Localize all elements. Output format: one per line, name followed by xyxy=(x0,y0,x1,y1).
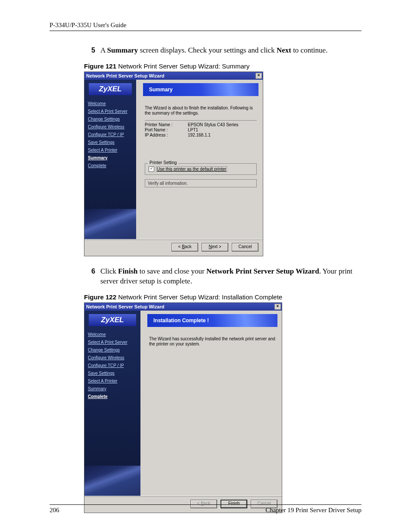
default-printer-label: Use this printer as the default printer xyxy=(156,166,227,172)
brand-logo: ZyXEL xyxy=(89,314,136,326)
sidebar-step[interactable]: Configure TCP / IP xyxy=(88,132,133,137)
brand-logo: ZyXEL xyxy=(89,83,132,95)
wizard-title: Network Print Server Setup Wizard xyxy=(86,73,164,78)
wizard-side: ZyXEL Welcome Select A Print Server Chan… xyxy=(84,80,136,239)
sidebar-step[interactable]: Change Settings xyxy=(88,117,133,121)
default-printer-checkbox[interactable]: ✓ xyxy=(149,166,154,172)
sidebar-step[interactable]: Configure Wireless xyxy=(88,124,133,129)
chapter-title: Chapter 19 Print Server Driver Setup xyxy=(265,507,361,514)
wizard-main: Installation Complete ! The Wizard has s… xyxy=(140,311,282,496)
figure-122-caption: Figure 122 Network Print Server Setup Wi… xyxy=(84,293,361,301)
wizard-main: Summary The Wizard is about to finish th… xyxy=(136,80,263,239)
sidebar-step[interactable]: Select A Printer xyxy=(88,148,133,152)
side-art xyxy=(84,209,136,239)
fieldset-legend: Printer Setting xyxy=(148,160,178,165)
wizard-titlebar: Network Print Server Setup Wizard × xyxy=(84,72,263,80)
info-label: IP Address : xyxy=(145,133,188,137)
wizard-steps-list: Welcome Select A Print Server Change Set… xyxy=(84,101,136,168)
settings-summary: Printer Name :EPSON Stylus C43 Series Po… xyxy=(145,120,257,137)
sidebar-step[interactable]: Select A Print Server xyxy=(88,109,133,114)
page-number: 206 xyxy=(50,507,59,514)
sidebar-step[interactable]: Select A Printer xyxy=(88,379,137,383)
step-5: 5 A Summary screen displays. Check your … xyxy=(84,46,361,56)
next-button[interactable]: Next > xyxy=(202,243,228,252)
sidebar-step[interactable]: Summary xyxy=(88,386,137,391)
close-icon[interactable]: × xyxy=(255,73,262,79)
info-value: LPT1 xyxy=(188,128,257,132)
info-label: Printer Name : xyxy=(145,122,188,127)
step-text: Click Finish to save and close your Netw… xyxy=(100,267,361,286)
wizard-summary: Network Print Server Setup Wizard × ZyXE… xyxy=(84,72,263,256)
sidebar-step[interactable]: Complete xyxy=(88,163,133,168)
sidebar-step[interactable]: Configure Wireless xyxy=(88,355,137,360)
sidebar-step[interactable]: Welcome xyxy=(88,332,137,337)
page-footer: 206 Chapter 19 Print Server Driver Setup xyxy=(50,504,361,514)
wizard-steps-list: Welcome Select A Print Server Change Set… xyxy=(84,332,140,399)
step-number: 5 xyxy=(84,46,95,56)
info-value: 192.168.1.1 xyxy=(188,133,257,137)
step-6: 6 Click Finish to save and close your Ne… xyxy=(84,267,361,286)
figure-121-caption: Figure 121 Network Print Server Setup Wi… xyxy=(84,62,361,70)
side-art xyxy=(84,466,140,496)
info-value: EPSON Stylus C43 Series xyxy=(188,122,257,127)
wizard-side: ZyXEL Welcome Select A Print Server Chan… xyxy=(84,311,140,496)
wizard-button-row: < Back Next > Cancel xyxy=(84,239,263,256)
sidebar-step[interactable]: Save Settings xyxy=(88,371,137,376)
wizard-title: Network Print Server Setup Wizard xyxy=(86,304,164,309)
printer-setting-fieldset: Printer Setting ✓ Use this printer as th… xyxy=(145,163,257,175)
sidebar-step[interactable]: Welcome xyxy=(88,101,133,106)
step-text: A Summary screen displays. Check your se… xyxy=(100,46,361,56)
panel-heading: Summary xyxy=(143,83,258,96)
sidebar-step-active[interactable]: Complete xyxy=(88,394,137,399)
cancel-button[interactable]: Cancel xyxy=(232,243,258,252)
wizard-titlebar: Network Print Server Setup Wizard × xyxy=(84,303,282,311)
sidebar-step[interactable]: Configure TCP / IP xyxy=(88,363,137,368)
sidebar-step[interactable]: Save Settings xyxy=(88,140,133,145)
sidebar-step[interactable]: Select A Print Server xyxy=(88,340,137,345)
panel-heading: Installation Complete ! xyxy=(147,314,277,327)
back-button[interactable]: < Back xyxy=(171,243,198,252)
close-icon[interactable]: × xyxy=(274,304,281,310)
sidebar-step[interactable]: Change Settings xyxy=(88,348,137,352)
panel-description: The Wizard is about to finish the instal… xyxy=(145,106,257,116)
verify-text: Verify all information. xyxy=(145,179,257,187)
running-header: P-334U/P-335U User's Guide xyxy=(50,22,361,31)
info-label: Port Name : xyxy=(145,128,188,132)
panel-description: The Wizard has successfully installed th… xyxy=(149,336,276,347)
step-number: 6 xyxy=(84,267,95,286)
sidebar-step-active[interactable]: Summary xyxy=(88,156,133,160)
wizard-complete: Network Print Server Setup Wizard × ZyXE… xyxy=(84,302,282,513)
